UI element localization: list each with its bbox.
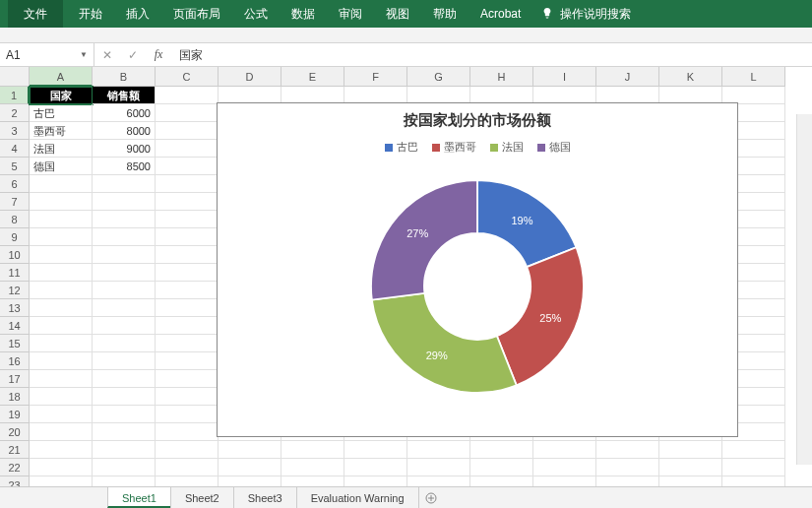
cell-D23[interactable]: [219, 476, 281, 486]
row-header-13[interactable]: 13: [0, 299, 30, 317]
cell-B20[interactable]: [93, 423, 156, 441]
row-header-7[interactable]: 7: [0, 193, 30, 211]
cell-B15[interactable]: [93, 335, 156, 352]
enter-icon[interactable]: ✓: [120, 48, 146, 62]
row-header-5[interactable]: 5: [0, 158, 30, 175]
cell-B2[interactable]: 6000: [93, 104, 156, 122]
cell-A20[interactable]: [30, 423, 93, 441]
row-header-14[interactable]: 14: [0, 317, 30, 335]
cell-G22[interactable]: [407, 459, 470, 476]
tell-me-search[interactable]: 操作说明搜索: [560, 6, 631, 23]
cell-A23[interactable]: [30, 476, 93, 486]
cell-A1[interactable]: 国家: [30, 87, 93, 104]
row-header-18[interactable]: 18: [0, 388, 30, 406]
cell-B4[interactable]: 9000: [93, 140, 156, 158]
cell-A21[interactable]: [30, 441, 93, 459]
col-header-E[interactable]: E: [281, 67, 344, 87]
cell-A18[interactable]: [30, 388, 93, 406]
cell-D22[interactable]: [219, 459, 281, 476]
cell-B21[interactable]: [93, 441, 156, 459]
cell-B23[interactable]: [93, 476, 156, 486]
cell-H22[interactable]: [470, 459, 533, 476]
cell-B6[interactable]: [93, 175, 156, 193]
col-header-L[interactable]: L: [722, 67, 785, 87]
row-header-20[interactable]: 20: [0, 423, 30, 441]
cell-B16[interactable]: [93, 352, 156, 370]
chevron-down-icon[interactable]: ▼: [80, 50, 88, 59]
cell-E22[interactable]: [281, 459, 344, 476]
file-tab[interactable]: 文件: [8, 0, 63, 28]
cell-C1[interactable]: [156, 87, 219, 104]
row-header-3[interactable]: 3: [0, 122, 30, 140]
cell-A12[interactable]: [30, 282, 93, 299]
cell-H21[interactable]: [470, 441, 533, 459]
row-header-23[interactable]: 23: [0, 476, 30, 486]
row-header-1[interactable]: 1: [0, 87, 30, 104]
ribbon-tab-data[interactable]: 数据: [280, 0, 327, 28]
name-box[interactable]: A1 ▼: [0, 43, 94, 66]
ribbon-tab-review[interactable]: 审阅: [327, 0, 374, 28]
col-header-D[interactable]: D: [219, 67, 281, 87]
cell-C19[interactable]: [156, 406, 219, 423]
ribbon-tab-formula[interactable]: 公式: [232, 0, 280, 28]
vertical-scrollbar[interactable]: [796, 114, 812, 465]
cell-B5[interactable]: 8500: [93, 158, 156, 175]
fx-icon[interactable]: fx: [146, 47, 171, 62]
col-header-B[interactable]: B: [93, 67, 156, 87]
ribbon-tab-acrobat[interactable]: Acrobat: [468, 0, 532, 28]
cell-A6[interactable]: [30, 175, 93, 193]
cell-B1[interactable]: 销售额: [93, 87, 156, 104]
cell-J22[interactable]: [596, 459, 659, 476]
ribbon-tab-layout[interactable]: 页面布局: [161, 0, 232, 28]
formula-input[interactable]: 国家: [171, 43, 812, 67]
cell-A7[interactable]: [30, 193, 93, 211]
cell-A13[interactable]: [30, 299, 93, 317]
row-header-17[interactable]: 17: [0, 370, 30, 388]
row-header-16[interactable]: 16: [0, 352, 30, 370]
cell-C7[interactable]: [156, 193, 219, 211]
sheet-tab[interactable]: Sheet2: [170, 487, 234, 508]
cell-C9[interactable]: [156, 228, 219, 246]
cell-A22[interactable]: [30, 459, 93, 476]
cell-K23[interactable]: [659, 476, 722, 486]
cell-F22[interactable]: [344, 459, 407, 476]
add-sheet-button[interactable]: [419, 487, 443, 508]
cell-L22[interactable]: [722, 459, 785, 476]
cell-C2[interactable]: [156, 104, 219, 122]
cell-H23[interactable]: [470, 476, 533, 486]
cell-B19[interactable]: [93, 406, 156, 423]
ribbon-tab-view[interactable]: 视图: [374, 0, 421, 28]
cell-A14[interactable]: [30, 317, 93, 335]
cell-A19[interactable]: [30, 406, 93, 423]
col-header-F[interactable]: F: [344, 67, 407, 87]
row-header-8[interactable]: 8: [0, 211, 30, 228]
cell-E23[interactable]: [281, 476, 344, 486]
cell-F23[interactable]: [344, 476, 407, 486]
cell-A8[interactable]: [30, 211, 93, 228]
cell-B17[interactable]: [93, 370, 156, 388]
cell-C5[interactable]: [156, 158, 219, 175]
cell-L23[interactable]: [722, 476, 785, 486]
row-header-9[interactable]: 9: [0, 228, 30, 246]
cell-J23[interactable]: [596, 476, 659, 486]
cell-C10[interactable]: [156, 246, 219, 264]
cell-C15[interactable]: [156, 335, 219, 352]
cell-C14[interactable]: [156, 317, 219, 335]
cell-A11[interactable]: [30, 264, 93, 282]
row-header-15[interactable]: 15: [0, 335, 30, 352]
cell-A4[interactable]: 法国: [30, 140, 93, 158]
cell-B8[interactable]: [93, 211, 156, 228]
cell-E21[interactable]: [281, 441, 344, 459]
cell-A9[interactable]: [30, 228, 93, 246]
cell-A3[interactable]: 墨西哥: [30, 122, 93, 140]
ribbon-tab-insert[interactable]: 插入: [114, 0, 161, 28]
cell-A5[interactable]: 德国: [30, 158, 93, 175]
cell-C3[interactable]: [156, 122, 219, 140]
cell-C11[interactable]: [156, 264, 219, 282]
cell-B3[interactable]: 8000: [93, 122, 156, 140]
cancel-icon[interactable]: ✕: [94, 48, 120, 62]
cell-L21[interactable]: [722, 441, 785, 459]
cell-B13[interactable]: [93, 299, 156, 317]
cell-C16[interactable]: [156, 352, 219, 370]
cell-G21[interactable]: [407, 441, 470, 459]
